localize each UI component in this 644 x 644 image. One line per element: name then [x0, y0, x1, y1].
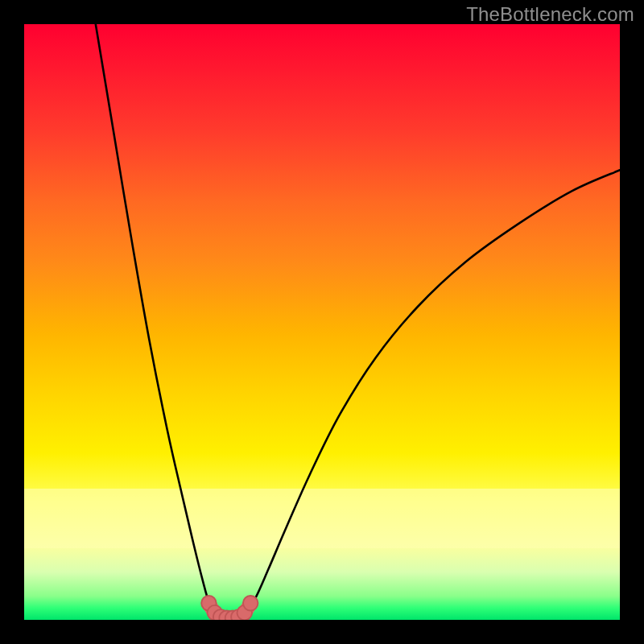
plot-area [24, 24, 620, 620]
right-branch-curve [240, 170, 620, 617]
left-branch-curve [96, 24, 220, 618]
watermark-text: TheBottleneck.com [466, 3, 634, 26]
outer-frame: TheBottleneck.com [0, 0, 644, 644]
trough-marker-dot [243, 596, 258, 611]
chart-svg [24, 24, 620, 620]
trough-markers [201, 596, 258, 620]
